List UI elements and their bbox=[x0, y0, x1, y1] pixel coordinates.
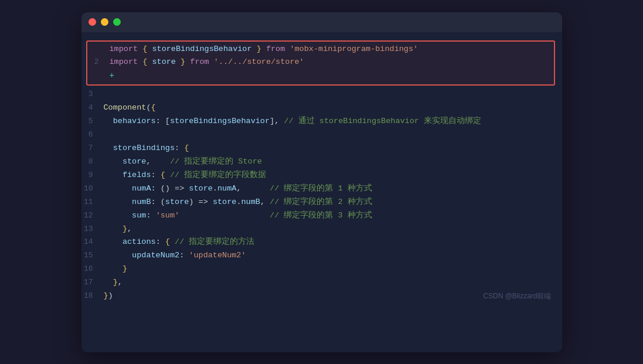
code-line-5: 5 behaviors: [storeBindingsBehavior], //… bbox=[81, 115, 562, 128]
code-line-8: 8 store, // 指定要绑定的 Store bbox=[81, 155, 562, 169]
close-button[interactable] bbox=[89, 18, 96, 26]
line-content-15: updateNum2: 'updateNum2' bbox=[104, 249, 246, 263]
line-content-13: }, bbox=[104, 223, 132, 236]
code-line-10: 10 numA: () => store.numA, // 绑定字段的第 1 种… bbox=[81, 182, 562, 196]
line-content-1: import { storeBindingsBehavior } from 'm… bbox=[110, 43, 419, 56]
titlebar bbox=[81, 12, 562, 32]
line-content-7: storeBindings: { bbox=[104, 142, 189, 155]
code-line-2: 2 import { store } from '../../store/sto… bbox=[87, 56, 554, 69]
line-number-18: 18 bbox=[81, 290, 104, 302]
line-number-16: 16 bbox=[81, 263, 104, 275]
code-line-9: 9 fields: { // 指定要绑定的字段数据 bbox=[81, 169, 562, 182]
line-number-7: 7 bbox=[81, 142, 104, 155]
code-line-4: 4 Component({ bbox=[81, 101, 562, 115]
code-line-7: 7 storeBindings: { bbox=[81, 142, 562, 155]
line-number-10: 10 bbox=[81, 182, 104, 195]
line-number-5: 5 bbox=[81, 115, 104, 128]
line-number-17: 17 bbox=[81, 276, 104, 289]
line-number-14: 14 bbox=[81, 236, 104, 249]
line-content-12: sum: 'sum' // 绑定字段的第 3 种方式 bbox=[104, 209, 372, 223]
line-number-4: 4 bbox=[81, 101, 104, 114]
line-content-3 bbox=[104, 88, 108, 101]
code-window: import { storeBindingsBehavior } from 'm… bbox=[81, 12, 562, 352]
code-line-14: 14 actions: { // 指定要绑定的方法 bbox=[81, 236, 562, 249]
line-number-13: 13 bbox=[81, 223, 104, 236]
line-number-9: 9 bbox=[81, 169, 104, 182]
line-number-12: 12 bbox=[81, 209, 104, 222]
line-number-2: 2 bbox=[87, 56, 110, 69]
line-content-8: store, // 指定要绑定的 Store bbox=[104, 155, 262, 169]
code-line-13: 13 }, bbox=[81, 223, 562, 236]
line-content-2: import { store } from '../../store/store… bbox=[110, 56, 304, 69]
line-content-10: numA: () => store.numA, // 绑定字段的第 1 种方式 bbox=[104, 182, 372, 196]
line-content-16: } bbox=[104, 263, 128, 276]
line-number-15: 15 bbox=[81, 249, 104, 262]
line-content-18: }) bbox=[104, 290, 113, 303]
code-line-16: 16 } bbox=[81, 263, 562, 276]
line-content-11: numB: (store) => store.numB, // 绑定字段的第 2… bbox=[104, 196, 372, 209]
line-number-6: 6 bbox=[81, 128, 104, 141]
code-line-plus: + bbox=[87, 69, 554, 83]
line-content-4: Component({ bbox=[104, 101, 156, 115]
watermark: CSDN @Blizzard前端 bbox=[483, 290, 551, 302]
highlight-block: import { storeBindingsBehavior } from 'm… bbox=[86, 40, 555, 86]
code-line-17: 17 }, bbox=[81, 276, 562, 290]
code-editor: import { storeBindingsBehavior } from 'm… bbox=[81, 32, 562, 309]
line-number-8: 8 bbox=[81, 155, 104, 168]
code-line-11: 11 numB: (store) => store.numB, // 绑定字段的… bbox=[81, 196, 562, 209]
line-content-17: }, bbox=[104, 276, 123, 290]
code-line-15: 15 updateNum2: 'updateNum2' bbox=[81, 249, 562, 263]
line-content-5: behaviors: [storeBindingsBehavior], // 通… bbox=[104, 115, 482, 128]
line-content-9: fields: { // 指定要绑定的字段数据 bbox=[104, 169, 267, 182]
line-content-14: actions: { // 指定要绑定的方法 bbox=[104, 236, 255, 249]
code-line-6: 6 bbox=[81, 128, 562, 142]
line-content-6 bbox=[104, 128, 108, 142]
minimize-button[interactable] bbox=[101, 18, 108, 26]
line-number-3: 3 bbox=[81, 88, 104, 101]
plus-icon: + bbox=[110, 69, 114, 83]
code-line-1: import { storeBindingsBehavior } from 'm… bbox=[87, 43, 554, 56]
code-line-12: 12 sum: 'sum' // 绑定字段的第 3 种方式 bbox=[81, 209, 562, 223]
maximize-button[interactable] bbox=[113, 18, 121, 26]
code-line-3: 3 bbox=[81, 88, 562, 101]
line-number-11: 11 bbox=[81, 196, 104, 209]
